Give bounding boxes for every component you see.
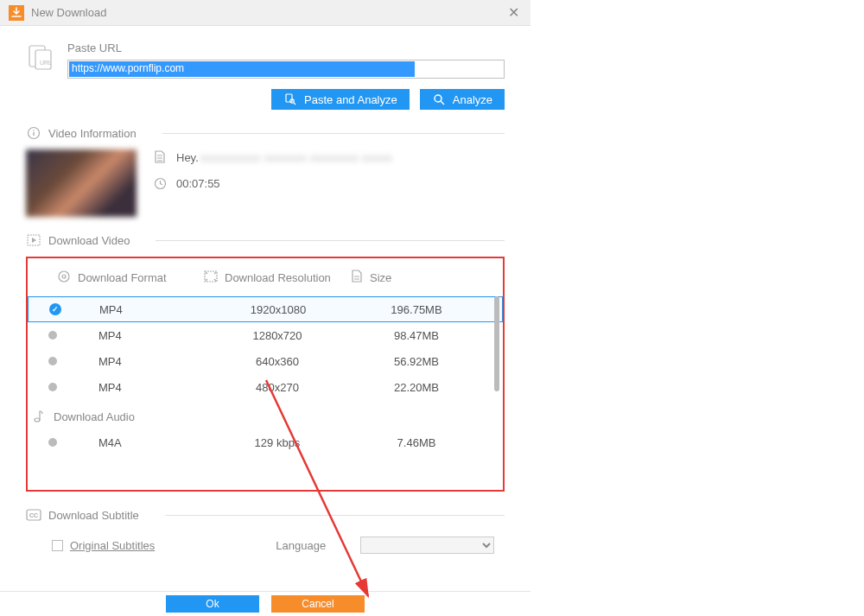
svg-point-21 bbox=[35, 418, 40, 422]
radio-icon bbox=[48, 383, 57, 391]
svg-line-7 bbox=[441, 101, 444, 105]
cc-icon: CC bbox=[26, 507, 41, 523]
resolution-icon bbox=[204, 270, 218, 285]
format-icon bbox=[57, 270, 71, 286]
original-subtitles-checkbox[interactable] bbox=[52, 540, 63, 551]
svg-text:URL: URL bbox=[40, 60, 52, 66]
paste-url-label: Paste URL bbox=[67, 41, 505, 54]
row-format: MP4 bbox=[74, 381, 204, 394]
row-format: MP4 bbox=[74, 355, 204, 368]
document-icon bbox=[152, 149, 168, 165]
ok-button[interactable]: Ok bbox=[166, 595, 259, 613]
url-input[interactable]: https://www.pornflip.com bbox=[67, 60, 505, 79]
row-size: 22.20MB bbox=[351, 381, 482, 394]
column-format: Download Format bbox=[78, 271, 167, 284]
video-information-label: Video Information bbox=[48, 127, 137, 140]
format-row[interactable]: M4A129 kbps7.46MB bbox=[28, 429, 503, 455]
format-row[interactable]: MP41920x1080196.75MB bbox=[28, 296, 503, 322]
row-size: 196.75MB bbox=[352, 303, 481, 316]
radio-icon bbox=[49, 303, 61, 315]
search-icon bbox=[432, 92, 446, 106]
svg-point-17 bbox=[62, 275, 66, 278]
format-row[interactable]: MP41280x72098.47MB bbox=[28, 322, 503, 348]
scrollbar[interactable] bbox=[494, 296, 499, 391]
column-size: Size bbox=[370, 271, 391, 284]
svg-rect-3 bbox=[286, 94, 292, 102]
info-icon bbox=[26, 125, 41, 141]
svg-point-16 bbox=[59, 271, 69, 282]
original-subtitles-label[interactable]: Original Subtitles bbox=[70, 539, 155, 552]
language-label: Language bbox=[276, 539, 326, 552]
row-resolution: 640x360 bbox=[204, 355, 351, 368]
row-resolution: 1920x1080 bbox=[205, 303, 352, 316]
language-select[interactable] bbox=[360, 537, 494, 554]
format-row[interactable]: MP4480x27022.20MB bbox=[28, 374, 503, 400]
video-title: Hey.xxxxxxxxxx xxxxxxx xxxxxxxx xxxxx bbox=[176, 151, 392, 164]
download-options-box: Download Format Download Resolution Size… bbox=[26, 257, 505, 492]
row-resolution: 1280x720 bbox=[204, 329, 351, 342]
cancel-button[interactable]: Cancel bbox=[271, 595, 365, 613]
row-resolution: 480x270 bbox=[204, 381, 351, 394]
dialog-footer: Ok Cancel bbox=[0, 591, 530, 616]
column-resolution: Download Resolution bbox=[225, 271, 331, 284]
window-title: New Download bbox=[31, 6, 106, 19]
clipboard-search-icon bbox=[283, 92, 297, 106]
size-icon bbox=[351, 270, 363, 286]
video-thumbnail bbox=[26, 149, 137, 217]
analyze-button[interactable]: Analyze bbox=[420, 89, 505, 110]
paste-and-analyze-button[interactable]: Paste and Analyze bbox=[271, 89, 410, 110]
radio-icon bbox=[48, 357, 57, 365]
svg-point-9 bbox=[33, 130, 35, 131]
url-icon: URL bbox=[26, 41, 57, 73]
row-format: M4A bbox=[74, 436, 204, 449]
radio-icon bbox=[48, 438, 57, 447]
row-size: 98.47MB bbox=[351, 329, 482, 342]
audio-icon bbox=[31, 409, 47, 424]
new-download-window: New Download ✕ URL Paste URL https://www… bbox=[0, 0, 530, 554]
download-subtitle-label: Download Subtitle bbox=[48, 509, 139, 522]
svg-text:CC: CC bbox=[29, 512, 38, 518]
row-size: 56.92MB bbox=[351, 355, 482, 368]
row-format: MP4 bbox=[74, 329, 204, 342]
titlebar: New Download ✕ bbox=[0, 0, 530, 26]
clock-icon bbox=[152, 175, 168, 191]
radio-icon bbox=[48, 331, 57, 340]
close-button[interactable]: ✕ bbox=[505, 4, 522, 21]
video-icon bbox=[26, 232, 41, 248]
video-duration: 00:07:55 bbox=[176, 177, 220, 190]
svg-line-5 bbox=[294, 103, 295, 105]
row-resolution: 129 kbps bbox=[204, 436, 351, 449]
app-icon bbox=[9, 5, 24, 21]
svg-point-6 bbox=[435, 95, 442, 102]
download-video-label: Download Video bbox=[48, 234, 130, 247]
row-size: 7.46MB bbox=[351, 436, 482, 449]
download-audio-label: Download Audio bbox=[54, 410, 135, 423]
format-row[interactable]: MP4640x36056.92MB bbox=[28, 348, 503, 374]
row-format: MP4 bbox=[75, 303, 205, 316]
